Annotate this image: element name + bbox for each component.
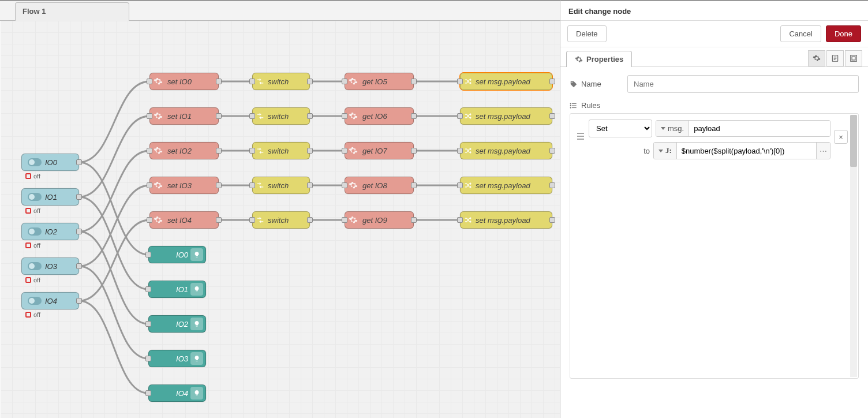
input-port[interactable] [457, 113, 463, 119]
delete-button[interactable]: Delete [567, 25, 607, 42]
switch-node[interactable]: switch [252, 73, 310, 90]
output-port[interactable] [216, 79, 222, 84]
rule-property-field[interactable]: msg. [656, 120, 830, 137]
debug-toggle[interactable] [190, 318, 203, 330]
value-input[interactable] [677, 143, 816, 159]
exec-node[interactable]: set IO3 [149, 177, 219, 194]
output-port[interactable] [307, 79, 313, 84]
output-port[interactable] [411, 113, 417, 119]
output-port[interactable] [549, 182, 555, 188]
input-port[interactable] [457, 217, 463, 223]
output-port[interactable] [76, 159, 82, 165]
input-port[interactable] [145, 356, 151, 361]
output-port[interactable] [411, 79, 417, 84]
switch-node[interactable]: switch [252, 107, 310, 125]
switch-node[interactable]: switch [252, 142, 310, 159]
exec-node[interactable]: get IO6 [345, 107, 414, 125]
exec-node[interactable]: set IO1 [149, 107, 219, 125]
expand-icon[interactable] [845, 50, 862, 66]
tab-properties[interactable]: Properties [566, 51, 632, 67]
debug-toggle[interactable] [190, 352, 203, 365]
debug-node[interactable]: IO0 [148, 246, 206, 263]
input-port[interactable] [249, 113, 255, 119]
appearance-tab-icon[interactable] [808, 50, 825, 66]
exec-node[interactable]: set IO2 [149, 142, 219, 159]
rule-action-select[interactable]: Set [589, 120, 652, 137]
output-port[interactable] [216, 148, 222, 154]
grip-icon[interactable] [577, 132, 584, 142]
output-port[interactable] [76, 298, 82, 304]
inject-node[interactable]: IO0off [21, 154, 79, 171]
change-node[interactable]: set msg.payload [460, 211, 552, 229]
input-port[interactable] [342, 113, 347, 119]
switch-node[interactable]: switch [252, 211, 310, 229]
inject-node[interactable]: IO1off [21, 188, 79, 206]
input-port[interactable] [147, 217, 152, 223]
rule-value-field[interactable]: J: ⋯ [653, 142, 830, 159]
inject-node[interactable]: IO4off [21, 292, 79, 309]
input-port[interactable] [249, 217, 255, 223]
change-node[interactable]: set msg.payload [460, 142, 552, 159]
output-port[interactable] [216, 217, 222, 223]
input-port[interactable] [457, 182, 463, 188]
exec-node[interactable]: get IO5 [345, 73, 414, 90]
output-port[interactable] [307, 113, 313, 119]
input-port[interactable] [249, 148, 255, 154]
debug-toggle[interactable] [190, 283, 203, 296]
inject-button[interactable] [28, 193, 42, 201]
output-port[interactable] [411, 217, 417, 223]
debug-node[interactable]: IO2 [148, 315, 206, 333]
switch-node[interactable]: switch [252, 177, 310, 194]
input-port[interactable] [342, 182, 347, 188]
exec-node[interactable]: get IO8 [345, 177, 414, 194]
name-field[interactable] [627, 75, 859, 93]
input-port[interactable] [457, 148, 463, 154]
inject-button[interactable] [28, 262, 42, 270]
output-port[interactable] [549, 217, 555, 223]
input-port[interactable] [145, 252, 151, 257]
inject-button[interactable] [28, 297, 42, 305]
input-port[interactable] [147, 148, 152, 154]
debug-node[interactable]: IO3 [148, 350, 206, 367]
debug-node[interactable]: IO4 [148, 385, 206, 402]
input-port[interactable] [457, 79, 463, 84]
input-port[interactable] [145, 390, 151, 396]
expand-editor-button[interactable]: ⋯ [816, 143, 830, 159]
output-port[interactable] [411, 182, 417, 188]
flow-tab[interactable]: Flow 1 [15, 2, 129, 21]
debug-node[interactable]: IO1 [148, 281, 206, 298]
inject-button[interactable] [28, 227, 42, 236]
input-port[interactable] [145, 286, 151, 292]
input-port[interactable] [147, 113, 152, 119]
change-node[interactable]: set msg.payload [460, 177, 552, 194]
input-port[interactable] [342, 217, 347, 223]
output-port[interactable] [307, 182, 313, 188]
change-node[interactable]: set msg.payload [460, 107, 552, 125]
output-port[interactable] [549, 79, 555, 84]
output-port[interactable] [76, 263, 82, 269]
input-port[interactable] [145, 321, 151, 327]
exec-node[interactable]: get IO9 [345, 211, 414, 229]
output-port[interactable] [411, 148, 417, 154]
change-node[interactable]: set msg.payload [460, 73, 552, 90]
remove-rule-button[interactable]: × [834, 130, 848, 144]
done-button[interactable]: Done [826, 25, 861, 42]
inject-node[interactable]: IO2off [21, 223, 79, 240]
output-port[interactable] [549, 113, 555, 119]
description-tab-icon[interactable] [826, 50, 844, 66]
property-name-input[interactable] [689, 121, 830, 136]
input-port[interactable] [342, 79, 347, 84]
output-port[interactable] [76, 229, 82, 234]
inject-node[interactable]: IO3off [21, 257, 79, 275]
output-port[interactable] [549, 148, 555, 154]
flow-canvas[interactable]: IO0offIO1offIO2offIO3offIO4offset IO0set… [1, 21, 560, 418]
exec-node[interactable]: get IO7 [345, 142, 414, 159]
exec-node[interactable]: set IO0 [149, 73, 219, 90]
debug-toggle[interactable] [190, 387, 203, 400]
debug-toggle[interactable] [190, 248, 203, 261]
cancel-button[interactable]: Cancel [780, 25, 821, 42]
input-port[interactable] [249, 182, 255, 188]
output-port[interactable] [307, 217, 313, 223]
input-port[interactable] [342, 148, 347, 154]
output-port[interactable] [76, 194, 82, 200]
